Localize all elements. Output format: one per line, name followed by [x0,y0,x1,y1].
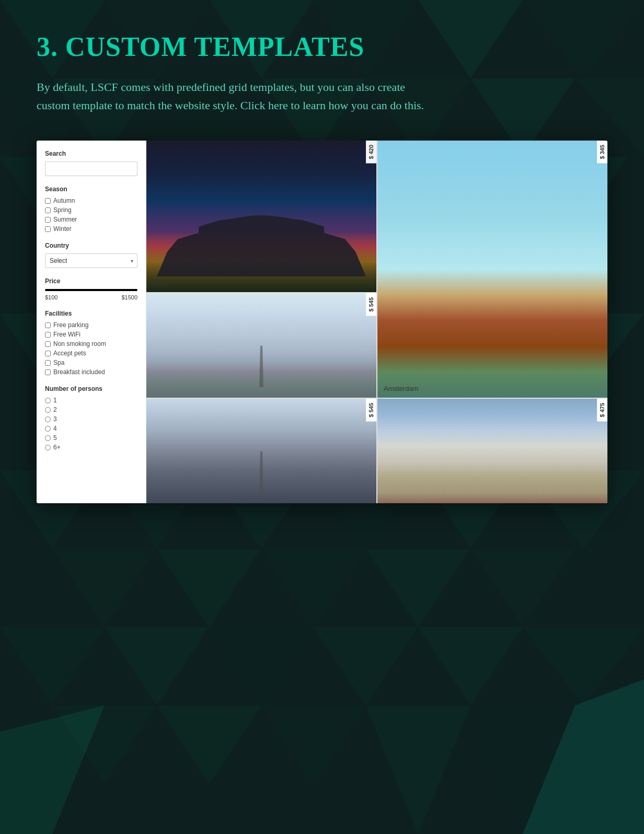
persons-1-radio[interactable] [45,398,51,403]
listing-paris-price: $ 545 [366,293,376,316]
persons-6plus-label: 6+ [53,444,61,451]
widget-mockup: Search Season Autumn Spring [37,141,607,503]
season-spring-checkbox[interactable] [45,207,51,213]
facilities-section: Facilities Free parking Free WiFi Non sm… [45,310,137,376]
facility-free-wifi[interactable]: Free WiFi [45,331,137,338]
svg-marker-52 [523,627,644,705]
persons-3-label: 3 [53,415,57,423]
listings-grid: $ 420 Berlin $ 345 Amsterdam $ 545 $ 545 [146,141,607,503]
season-section: Season Autumn Spring Summer [45,186,137,233]
svg-marker-43 [157,549,261,627]
facility-breakfast[interactable]: Breakfast included [45,368,137,376]
country-label: Country [45,242,137,249]
section-title: 3. Custom Templates [37,31,607,62]
persons-5-radio[interactable] [45,435,51,441]
season-summer[interactable]: Summer [45,216,137,223]
price-section: Price $100 $1500 [45,277,137,300]
search-section: Search [45,150,137,176]
persons-3[interactable]: 3 [45,415,137,423]
facility-free-parking[interactable]: Free parking [45,321,137,329]
facility-non-smoking-label: Non smoking room [53,340,106,348]
facility-breakfast-checkbox[interactable] [45,369,51,375]
facility-spa-label: Spa [53,359,64,366]
persons-1-label: 1 [53,397,57,404]
persons-3-radio[interactable] [45,416,51,422]
country-select-wrapper: Select ▾ [45,253,137,268]
svg-marker-44 [261,549,366,627]
persons-section: Number of persons 1 2 3 [45,385,137,451]
slider-track [45,289,137,291]
listing-extra1-price: $ 545 [366,399,376,422]
persons-2-radio[interactable] [45,407,51,413]
section-description: By default, LSCF comes with predefined g… [37,78,434,114]
price-min: $100 [45,294,58,300]
persons-2[interactable]: 2 [45,406,137,413]
listing-extra1[interactable]: $ 545 [146,399,376,503]
price-range: $100 $1500 [45,294,137,300]
listing-boat[interactable]: $ 475 [377,399,607,503]
country-section: Country Select ▾ [45,242,137,268]
season-summer-checkbox[interactable] [45,217,51,223]
listing-amsterdam[interactable]: $ 345 Amsterdam [377,141,607,398]
svg-marker-57 [470,705,575,834]
facility-free-wifi-checkbox[interactable] [45,332,51,338]
facility-free-parking-checkbox[interactable] [45,322,51,328]
facility-pets-checkbox[interactable] [45,351,51,356]
svg-marker-45 [366,549,470,627]
facility-free-parking-label: Free parking [53,321,88,329]
svg-marker-46 [470,549,575,627]
listing-amsterdam-name: Amsterdam [384,385,418,392]
persons-6plus-radio[interactable] [45,445,51,450]
facility-pets-label: Accept pets [53,350,86,357]
season-spring-label: Spring [53,206,72,214]
persons-4-radio[interactable] [45,426,51,432]
svg-marker-51 [418,627,523,705]
svg-marker-56 [366,705,470,834]
svg-marker-42 [52,549,157,627]
persons-radios: 1 2 3 4 5 [45,397,137,451]
country-select[interactable]: Select [45,253,137,268]
facility-pets[interactable]: Accept pets [45,350,137,357]
persons-label: Number of persons [45,385,137,392]
facility-spa[interactable]: Spa [45,359,137,366]
facility-free-wifi-label: Free WiFi [53,331,80,338]
season-winter-checkbox[interactable] [45,226,51,232]
season-autumn-checkbox[interactable] [45,198,51,204]
svg-marker-49 [209,627,314,705]
svg-marker-53 [52,705,157,784]
search-label: Search [45,150,137,157]
price-slider[interactable]: $100 $1500 [45,289,137,300]
facility-spa-checkbox[interactable] [45,360,51,366]
facilities-checkboxes: Free parking Free WiFi Non smoking room … [45,321,137,376]
persons-4-label: 4 [53,425,57,432]
widget-sidebar: Search Season Autumn Spring [37,141,146,503]
season-checkboxes: Autumn Spring Summer Winter [45,197,137,233]
persons-1[interactable]: 1 [45,397,137,404]
persons-5[interactable]: 5 [45,434,137,442]
price-label: Price [45,277,137,285]
svg-marker-48 [105,627,209,705]
search-input[interactable] [45,161,137,176]
facility-non-smoking[interactable]: Non smoking room [45,340,137,348]
svg-marker-50 [314,627,418,705]
season-winter-label: Winter [53,225,72,233]
facility-breakfast-label: Breakfast included [53,368,105,376]
svg-marker-47 [0,627,105,705]
persons-6plus[interactable]: 6+ [45,444,137,451]
persons-4[interactable]: 4 [45,425,137,432]
season-winter[interactable]: Winter [45,225,137,233]
svg-marker-54 [157,705,261,784]
listing-boat-price: $ 475 [597,399,607,422]
listing-berlin-name: Berlin [153,279,170,287]
svg-marker-58 [523,679,644,834]
svg-marker-55 [261,705,366,784]
persons-2-label: 2 [53,406,57,413]
facilities-label: Facilities [45,310,137,317]
facility-non-smoking-checkbox[interactable] [45,341,51,347]
season-label: Season [45,186,137,193]
listing-paris[interactable]: $ 545 [146,293,376,398]
listing-berlin[interactable]: $ 420 Berlin [146,141,376,292]
season-spring[interactable]: Spring [45,206,137,214]
listing-amsterdam-price: $ 345 [597,141,607,164]
season-autumn[interactable]: Autumn [45,197,137,204]
